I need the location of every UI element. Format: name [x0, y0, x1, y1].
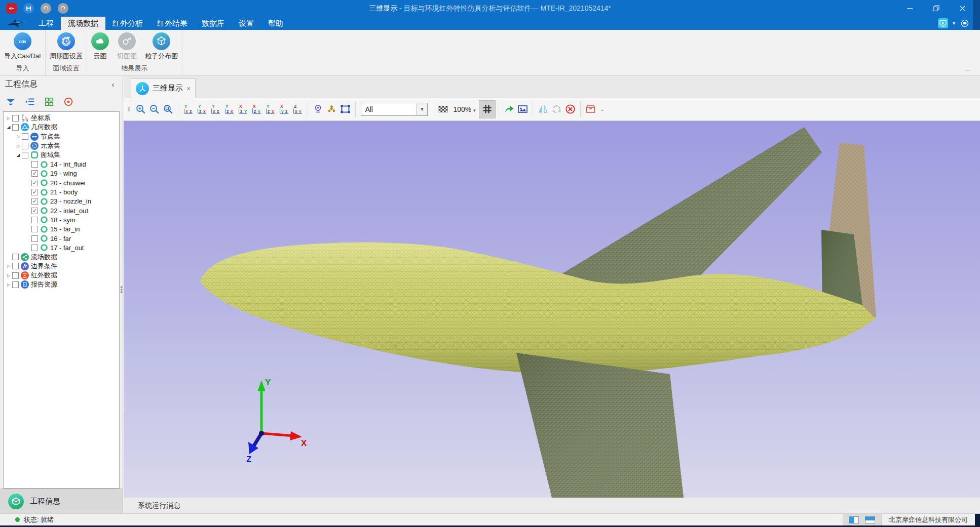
- minimize-icon[interactable]: [902, 3, 917, 15]
- app-icon[interactable]: [6, 3, 17, 14]
- display-toggle-icon[interactable]: [938, 18, 948, 28]
- maximize-icon[interactable]: [928, 3, 944, 15]
- tree-checkbox[interactable]: [31, 235, 38, 242]
- tree-row[interactable]: ✓23 - nozzle_in: [4, 197, 119, 206]
- twisty-expanded-icon[interactable]: ◢: [6, 125, 12, 130]
- menu-item-idle[interactable]: 红外分析: [105, 17, 150, 30]
- ribbon-button[interactable]: 云图: [91, 32, 109, 64]
- menu-item-idle[interactable]: 红外结果: [150, 17, 195, 30]
- twisty-collapsed-icon[interactable]: ▷: [15, 134, 21, 139]
- view-orientation-1-icon[interactable]: Yxz: [181, 102, 195, 116]
- tree-row[interactable]: ▷节点集: [4, 132, 119, 141]
- combobox-caret-icon[interactable]: ▼: [416, 103, 427, 115]
- ribbon-collapse-icon[interactable]: ︿: [965, 66, 971, 73]
- tree-checkbox[interactable]: [12, 272, 19, 279]
- tree-row[interactable]: ◢面域集: [4, 150, 119, 159]
- mirror-icon[interactable]: [536, 102, 550, 116]
- twisty-collapsed-icon[interactable]: ▷: [6, 273, 12, 278]
- view-orientation-2-icon[interactable]: Yzx: [195, 102, 209, 116]
- twisty-collapsed-icon[interactable]: ▷: [6, 116, 12, 120]
- cancel-icon[interactable]: [563, 102, 577, 116]
- view-orientation-3-icon[interactable]: Yxz: [209, 102, 222, 116]
- tree-checkbox[interactable]: [22, 143, 28, 149]
- layout-top-icon[interactable]: [865, 516, 875, 523]
- menu-item-idle[interactable]: 帮助: [261, 17, 290, 30]
- tree-checkbox[interactable]: ✓: [31, 180, 38, 186]
- zoom-in[interactable]: [134, 102, 147, 116]
- tree-checkbox[interactable]: [12, 124, 19, 131]
- tab-close-icon[interactable]: ×: [186, 85, 191, 93]
- tree-row[interactable]: 14 - int_fluid: [4, 159, 119, 169]
- redo-icon[interactable]: [58, 3, 68, 14]
- close-icon[interactable]: [955, 3, 970, 15]
- twisty-expanded-icon[interactable]: ◢: [15, 152, 21, 157]
- view-orientation-4-icon[interactable]: Yzx: [222, 102, 236, 116]
- tree-row[interactable]: ✓21 - body: [4, 187, 119, 196]
- sync-icon[interactable]: [550, 102, 563, 116]
- menu-item-idle[interactable]: 数据库: [195, 17, 232, 30]
- twisty-collapsed-icon[interactable]: ▷: [15, 144, 21, 148]
- tree-checkbox[interactable]: [31, 217, 38, 223]
- zoom-fit[interactable]: [161, 102, 175, 116]
- tree-checkbox[interactable]: [31, 226, 38, 232]
- panel-bottom-bar[interactable]: 工程信息: [0, 489, 123, 513]
- tab-3d-view[interactable]: 三维显示 ×: [131, 78, 196, 98]
- display-filter-combobox[interactable]: All ▼: [361, 103, 428, 116]
- layout-left-icon[interactable]: [849, 516, 859, 523]
- zoom-out[interactable]: [147, 102, 161, 116]
- panel-collapse-icon[interactable]: ‹: [108, 80, 118, 89]
- undo-icon[interactable]: [41, 3, 51, 14]
- screenshot-icon[interactable]: [516, 102, 530, 116]
- viewport-3d[interactable]: Y X Z: [124, 121, 980, 498]
- tree-row[interactable]: ▷YZX坐标系: [4, 113, 119, 123]
- tree-row[interactable]: ▷元素集: [4, 141, 119, 150]
- tree-row[interactable]: ✓19 - wing: [4, 169, 119, 178]
- target-icon[interactable]: [63, 96, 74, 107]
- tree-checkbox[interactable]: ✓: [31, 198, 38, 205]
- select-box-icon[interactable]: [338, 102, 352, 116]
- tree-checkbox[interactable]: [12, 281, 19, 288]
- grid9-icon[interactable]: [479, 100, 496, 118]
- toolbar-drag-handle[interactable]: ‖: [128, 105, 131, 113]
- ribbon-button[interactable]: cas导入Cas/Dat: [4, 32, 41, 64]
- tree-row[interactable]: ▷报告资源: [4, 280, 119, 289]
- tree-checkbox[interactable]: ✓: [31, 189, 38, 195]
- particles-view-icon[interactable]: [325, 102, 338, 116]
- share-arrow-icon[interactable]: [502, 102, 516, 116]
- grid-icon[interactable]: [44, 96, 55, 107]
- probe-icon[interactable]: [311, 102, 325, 116]
- ribbon-button[interactable]: 周期面设置: [50, 32, 83, 64]
- tree-row[interactable]: ◢几何数据: [4, 123, 119, 132]
- filter-icon[interactable]: [5, 96, 16, 107]
- zoom-level[interactable]: 100% ▾: [453, 105, 475, 113]
- view-orientation-9-icon[interactable]: Zxy: [291, 102, 305, 116]
- tree-row[interactable]: ▷边界条件: [4, 262, 119, 271]
- save-icon[interactable]: [23, 3, 34, 14]
- tree-checkbox[interactable]: [22, 133, 28, 140]
- tree-checkbox[interactable]: [12, 115, 19, 121]
- tree-row[interactable]: ✓22 - inlet_out: [4, 206, 119, 215]
- menu-item-idle[interactable]: 工程: [31, 17, 61, 30]
- menu-item-active[interactable]: 流场数据: [61, 17, 105, 30]
- display-toggle-caret-icon[interactable]: ▼: [952, 21, 956, 26]
- tree-row[interactable]: ✓20 - chuiwei: [4, 178, 119, 187]
- tree-row[interactable]: 15 - far_in: [4, 225, 119, 234]
- tree-row[interactable]: 17 - far_out: [4, 243, 119, 252]
- splitter-handle[interactable]: ●●●: [120, 286, 123, 294]
- tree-checkbox[interactable]: [31, 245, 38, 251]
- package-icon[interactable]: [584, 102, 597, 116]
- twisty-collapsed-icon[interactable]: ▷: [6, 282, 12, 287]
- list-icon[interactable]: [24, 96, 35, 107]
- checkerboard-icon[interactable]: [436, 102, 450, 116]
- twisty-collapsed-icon[interactable]: ▷: [6, 264, 12, 268]
- view-orientation-6-icon[interactable]: Xzy: [250, 102, 263, 116]
- view-orientation-5-icon[interactable]: XzY: [236, 102, 250, 116]
- tree-row[interactable]: 18 - sym: [4, 215, 119, 224]
- view-orientation-7-icon[interactable]: Yzx: [263, 102, 277, 116]
- tree-checkbox[interactable]: [22, 152, 28, 158]
- tree-checkbox[interactable]: ✓: [31, 170, 38, 177]
- tree-row[interactable]: 16 - far: [4, 234, 119, 243]
- more-tools-caret-icon[interactable]: ⌄: [600, 106, 605, 112]
- tree-checkbox[interactable]: [12, 254, 19, 260]
- tree-checkbox[interactable]: ✓: [31, 208, 38, 214]
